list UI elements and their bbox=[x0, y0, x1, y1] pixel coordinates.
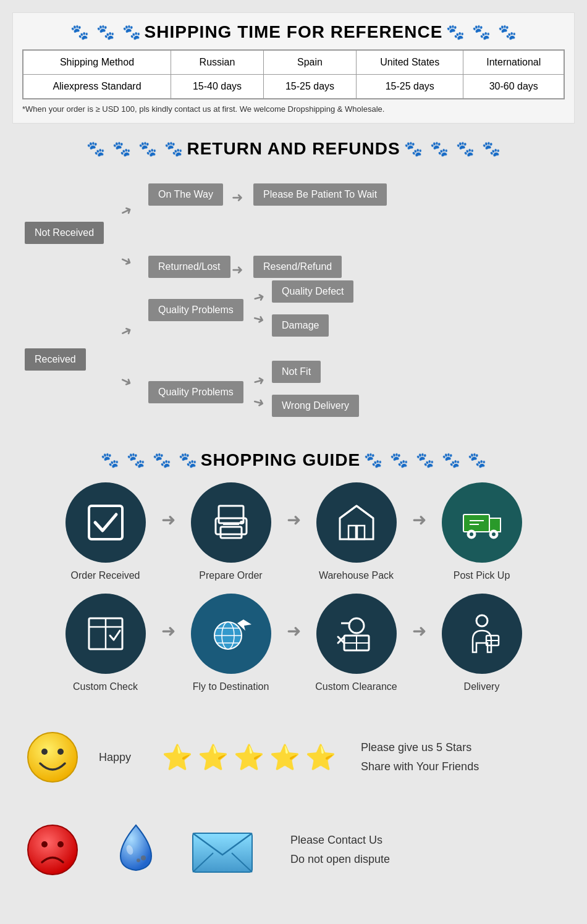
contact-text-1: Please Contact Us bbox=[290, 831, 390, 850]
delivery-label: Delivery bbox=[464, 681, 500, 692]
arrow-to-patient: ➜ bbox=[232, 190, 243, 206]
paw-icon-s8: 🐾 bbox=[442, 452, 460, 469]
svg-point-38 bbox=[28, 733, 77, 782]
col-header-spain: Spain bbox=[264, 50, 357, 75]
shopping-guide-section: 🐾 🐾 🐾 🐾 SHOPPING GUIDE 🐾 🐾 🐾 🐾 🐾 Order bbox=[12, 444, 575, 711]
guide-item-delivery: Delivery bbox=[429, 594, 534, 692]
svg-point-43 bbox=[57, 841, 64, 847]
custom-check-icon bbox=[84, 612, 127, 655]
paw-icon-r3: 🐾 bbox=[138, 140, 157, 158]
box-damage: Damage bbox=[272, 314, 329, 337]
svg-point-28 bbox=[349, 618, 364, 633]
refunds-title-row: 🐾 🐾 🐾 🐾 RETURN AND REFUNDS 🐾 🐾 🐾 🐾 bbox=[12, 139, 575, 159]
paw-icon-r5: 🐾 bbox=[404, 140, 423, 158]
paw-icon-r7: 🐾 bbox=[456, 140, 475, 158]
col-header-russian: Russian bbox=[171, 50, 263, 75]
svg-point-14 bbox=[470, 532, 473, 536]
arrow-up-not-received: ➜ bbox=[117, 201, 134, 220]
paw-icon-s5: 🐾 bbox=[364, 452, 382, 469]
arrow-1: ➜ bbox=[161, 510, 175, 530]
svg-rect-11 bbox=[463, 514, 489, 532]
flowchart-container: Not Received ➜ ➜ On The Way ➜ Please Be … bbox=[12, 166, 575, 432]
svg-point-35 bbox=[476, 615, 488, 626]
shipping-disclaimer: *When your order is ≥ USD 100, pls kindl… bbox=[22, 104, 565, 114]
box-on-the-way: On The Way bbox=[148, 183, 223, 206]
prepare-order-label: Prepare Order bbox=[199, 570, 262, 581]
fly-label: Fly to Destination bbox=[193, 681, 269, 692]
box-quality-problems-2: Quality Problems bbox=[148, 381, 243, 403]
svg-point-39 bbox=[41, 749, 48, 755]
svg-line-9 bbox=[340, 506, 357, 518]
guide-item-order-received: Order Received bbox=[53, 482, 158, 581]
custom-clearance-label: Custom Clearance bbox=[315, 681, 397, 692]
guide-item-custom-clearance: Custom Clearance bbox=[304, 594, 409, 692]
box-please-be-patient: Please Be Patient To Wait bbox=[253, 183, 387, 206]
box-returned-lost: Returned/Lost bbox=[148, 256, 230, 278]
col-header-us: United States bbox=[357, 50, 463, 75]
fly-circle bbox=[191, 594, 271, 674]
guide-row-1: Order Received ➜ Prepare Order ➜ bbox=[12, 482, 575, 581]
delivery-circle bbox=[442, 594, 522, 674]
svg-point-40 bbox=[57, 749, 64, 755]
cell-us: 15-25 days bbox=[357, 75, 463, 99]
paw-icon-2: 🐾 bbox=[96, 23, 115, 41]
svg-rect-7 bbox=[348, 526, 356, 539]
happy-face-icon bbox=[25, 729, 80, 785]
box-wrong-delivery: Wrong Delivery bbox=[272, 395, 359, 417]
box-resend-refund: Resend/Refund bbox=[253, 256, 342, 278]
shipping-section: 🐾 🐾 🐾 SHIPPING TIME FOR REFERENCE 🐾 🐾 🐾 … bbox=[12, 12, 575, 124]
cell-method: Aliexpress Standard bbox=[23, 75, 171, 99]
printer-icon bbox=[209, 501, 253, 544]
svg-point-41 bbox=[28, 825, 77, 875]
refunds-section: 🐾 🐾 🐾 🐾 RETURN AND REFUNDS 🐾 🐾 🐾 🐾 Not R… bbox=[12, 133, 575, 438]
cell-intl: 30-60 days bbox=[463, 75, 564, 99]
paw-icon-r8: 🐾 bbox=[482, 140, 500, 158]
paw-icon-6: 🐾 bbox=[498, 23, 517, 41]
paw-icon-s4: 🐾 bbox=[179, 452, 197, 469]
svg-point-46 bbox=[137, 859, 140, 862]
star-2: ⭐ bbox=[198, 743, 229, 772]
paw-icon-4: 🐾 bbox=[446, 23, 465, 41]
star-5: ⭐ bbox=[305, 743, 336, 772]
star-3: ⭐ bbox=[234, 743, 264, 772]
order-received-circle bbox=[65, 482, 146, 563]
guide-item-post-pickup: Post Pick Up bbox=[429, 482, 534, 581]
box-quality-defect: Quality Defect bbox=[272, 280, 353, 303]
paw-icon-s9: 🐾 bbox=[468, 452, 486, 469]
happy-label: Happy bbox=[99, 751, 131, 763]
paw-icon-r4: 🐾 bbox=[164, 140, 183, 158]
svg-rect-3 bbox=[221, 527, 242, 538]
arrow-2: ➜ bbox=[287, 510, 301, 530]
stars-row: ⭐ ⭐ ⭐ ⭐ ⭐ bbox=[162, 743, 336, 772]
refunds-title: RETURN AND REFUNDS bbox=[187, 139, 400, 159]
box-not-received: Not Received bbox=[25, 222, 104, 244]
prepare-order-circle bbox=[191, 482, 271, 563]
customs-icon bbox=[335, 612, 378, 655]
paw-icon-s3: 🐾 bbox=[153, 452, 171, 469]
box-not-fit: Not Fit bbox=[272, 361, 321, 383]
shipping-title-row: 🐾 🐾 🐾 SHIPPING TIME FOR REFERENCE 🐾 🐾 🐾 bbox=[22, 22, 565, 42]
warehouse-label: Warehouse Pack bbox=[319, 570, 394, 581]
please-give-text: Please give us 5 Stars bbox=[361, 738, 479, 757]
col-header-method: Shipping Method bbox=[23, 50, 171, 75]
paw-icon-r6: 🐾 bbox=[430, 140, 449, 158]
arrow-to-damage: ➜ bbox=[251, 310, 266, 329]
warehouse-circle bbox=[316, 482, 397, 563]
svg-rect-8 bbox=[357, 526, 365, 539]
guide-item-custom-check: Custom Check bbox=[53, 594, 158, 692]
svg-marker-12 bbox=[489, 518, 500, 532]
paw-icon-3: 🐾 bbox=[122, 23, 141, 41]
custom-check-circle bbox=[65, 594, 146, 674]
sad-face-icon bbox=[25, 822, 80, 878]
water-drop-icon bbox=[111, 822, 161, 878]
custom-check-label: Custom Check bbox=[73, 681, 138, 692]
arrow-to-wrong-delivery: ➜ bbox=[251, 393, 266, 412]
arrow-to-resend: ➜ bbox=[232, 262, 243, 278]
paw-icon-1: 🐾 bbox=[70, 23, 89, 41]
envelope-icon bbox=[192, 827, 253, 873]
warehouse-icon bbox=[335, 501, 378, 544]
box-received: Received bbox=[25, 348, 86, 371]
svg-rect-1 bbox=[219, 506, 243, 523]
contact-text-2: Do not open dispute bbox=[290, 850, 390, 869]
order-received-label: Order Received bbox=[70, 570, 140, 581]
